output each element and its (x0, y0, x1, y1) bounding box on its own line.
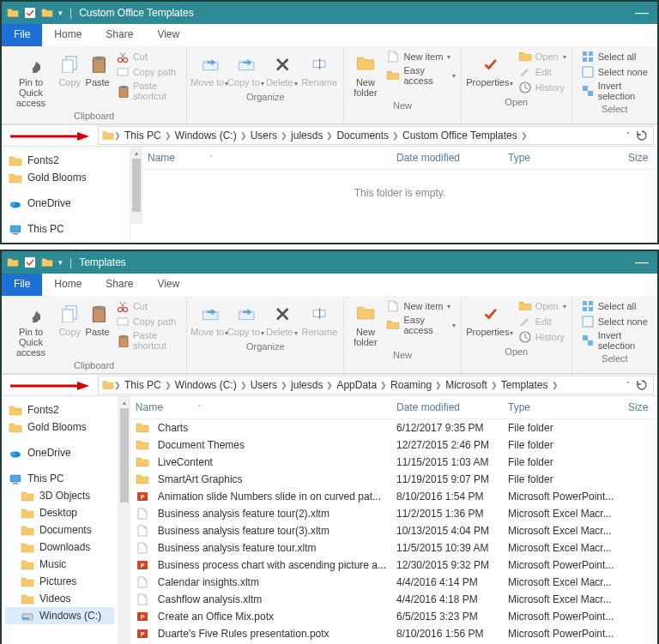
breadcrumb-item[interactable]: julesds (287, 379, 326, 391)
copy-button[interactable]: Copy (57, 50, 82, 108)
chevron-right-icon[interactable]: ❯ (281, 381, 287, 389)
col-name[interactable]: Name˄ (142, 152, 391, 164)
chevron-right-icon[interactable]: ❯ (521, 131, 528, 140)
titlebar[interactable]: ▾ | Custom Office Templates — (2, 2, 657, 24)
breadcrumb-item[interactable]: Windows (C:) (172, 379, 240, 391)
move-to-button[interactable]: Move to▾ (192, 299, 227, 339)
qat-dropdown-icon[interactable]: ▾ (58, 258, 63, 267)
qat-checkbox-icon[interactable] (24, 7, 36, 19)
qat-dropdown-icon[interactable]: ▾ (58, 9, 63, 17)
breadcrumb-item[interactable]: Roaming (387, 379, 435, 391)
copy-to-button[interactable]: Copy to▾ (228, 50, 263, 89)
chevron-right-icon[interactable]: ❯ (326, 381, 333, 389)
col-date[interactable]: Date modified (391, 152, 503, 164)
breadcrumb-item[interactable]: julesds (287, 129, 326, 141)
nav-onedrive[interactable]: OneDrive (5, 195, 126, 212)
chevron-right-icon[interactable]: ❯ (165, 381, 172, 389)
paste-button[interactable]: Paste (84, 50, 110, 108)
copy-to-button[interactable]: Copy to▾ (228, 299, 263, 339)
tab-view[interactable]: View (145, 24, 191, 46)
invert-selection-button[interactable]: Invert selection (581, 81, 652, 101)
dropdown-icon[interactable]: ˅ (626, 131, 631, 140)
copy-button[interactable]: Copy (57, 299, 82, 358)
select-all-button[interactable]: Select all (581, 50, 652, 63)
minimize-button[interactable]: — (635, 5, 652, 21)
list-item[interactable]: Calendar insights.xltm 4/4/2016 4:14 PM … (130, 574, 657, 591)
nav-item[interactable]: Pictures (5, 573, 114, 590)
select-none-button[interactable]: Select none (581, 315, 652, 328)
address-bar[interactable]: ❯ This PC❯Windows (C:)❯Users❯julesds❯App… (98, 376, 654, 394)
nav-this-pc[interactable]: This PC (5, 470, 114, 487)
copy-path-button[interactable]: Copy path (116, 315, 181, 328)
breadcrumb-item[interactable]: Custom Office Templates (399, 129, 521, 141)
list-item[interactable]: SmartArt Graphics 11/19/2015 9:07 PM Fil… (130, 471, 657, 488)
nav-item[interactable]: Videos (5, 590, 114, 607)
new-folder-button[interactable]: New folder (349, 50, 381, 98)
history-button[interactable]: History (518, 330, 566, 344)
nav-item[interactable]: Documents (5, 521, 114, 539)
edit-button[interactable]: Edit (518, 315, 566, 328)
nav-item[interactable]: Windows (C:) (5, 607, 114, 624)
copy-path-button[interactable]: Copy path (116, 65, 181, 79)
tab-view[interactable]: View (145, 274, 191, 296)
breadcrumb-item[interactable]: Users (247, 129, 281, 141)
nav-item[interactable]: Desktop (5, 504, 114, 521)
refresh-icon[interactable] (636, 129, 648, 141)
list-item[interactable]: Business analysis feature tour(3).xltm 1… (130, 522, 657, 539)
cut-button[interactable]: Cut (116, 299, 181, 313)
chevron-right-icon[interactable]: ❯ (435, 381, 442, 389)
edit-button[interactable]: Edit (518, 65, 566, 79)
pin-quick-access-button[interactable]: Pin to Quick access (7, 50, 55, 108)
tab-share[interactable]: Share (94, 274, 145, 296)
dropdown-icon[interactable]: ˅ (626, 381, 631, 389)
breadcrumb-item[interactable]: Microsoft (442, 379, 491, 391)
qat-checkbox-icon[interactable] (24, 256, 36, 268)
list-item[interactable]: Animation slide Numbers slide in on curv… (130, 488, 657, 505)
titlebar[interactable]: ▾ | Templates — (2, 251, 657, 274)
nav-item[interactable]: Music (5, 556, 114, 573)
col-size[interactable]: Size (623, 401, 657, 413)
open-button[interactable]: Open▾ (518, 299, 566, 313)
minimize-button[interactable]: — (635, 255, 652, 270)
rename-button[interactable]: Rename (300, 299, 338, 339)
paste-shortcut-button[interactable]: Paste shortcut (116, 81, 181, 101)
col-size[interactable]: Size (623, 152, 657, 164)
nav-item[interactable]: Fonts2 (5, 152, 126, 169)
pin-quick-access-button[interactable]: Pin to Quick access (7, 299, 55, 358)
tab-home[interactable]: Home (42, 274, 94, 296)
open-button[interactable]: Open▾ (518, 50, 566, 63)
nav-this-pc[interactable]: This PC (5, 220, 126, 238)
breadcrumb-item[interactable]: This PC (121, 129, 165, 141)
delete-button[interactable]: Delete▾ (264, 50, 299, 89)
new-item-button[interactable]: New item▾ (386, 50, 455, 63)
list-item[interactable]: Business analysis feature tour(2).xltm 1… (130, 505, 657, 522)
easy-access-button[interactable]: Easy access▾ (386, 315, 455, 335)
scrollbar[interactable]: ▴ (130, 147, 142, 224)
properties-button[interactable]: Properties▾ (467, 299, 513, 344)
chevron-right-icon[interactable]: ❯ (240, 381, 247, 389)
chevron-right-icon[interactable]: ❯ (326, 131, 333, 140)
select-all-button[interactable]: Select all (581, 299, 652, 313)
tab-home[interactable]: Home (42, 24, 94, 46)
properties-button[interactable]: Properties▾ (467, 50, 513, 94)
list-item[interactable]: Cashflow analysis.xltm 4/4/2016 4:18 PM … (130, 591, 657, 608)
new-folder-button[interactable]: New folder (349, 299, 381, 347)
list-item[interactable]: Charts 6/12/2017 9:35 PM File folder (130, 419, 657, 436)
list-item[interactable]: Business process chart with ascending pi… (130, 557, 657, 574)
tab-file[interactable]: File (2, 274, 42, 296)
cut-button[interactable]: Cut (116, 50, 181, 63)
chevron-right-icon[interactable]: ❯ (281, 131, 287, 140)
paste-button[interactable]: Paste (84, 299, 110, 358)
col-name[interactable]: Name˄ (130, 401, 391, 413)
chevron-right-icon[interactable]: ❯ (491, 381, 498, 389)
tab-file[interactable]: File (2, 24, 42, 46)
new-item-button[interactable]: New item▾ (386, 299, 455, 313)
breadcrumb-item[interactable]: Windows (C:) (172, 129, 240, 141)
chevron-right-icon[interactable]: ❯ (380, 381, 387, 389)
nav-item[interactable]: 3D Objects (5, 487, 114, 504)
nav-item[interactable]: Downloads (5, 539, 114, 556)
breadcrumb-item[interactable]: Documents (333, 129, 392, 141)
invert-selection-button[interactable]: Invert selection (581, 330, 652, 351)
nav-onedrive[interactable]: OneDrive (5, 444, 114, 461)
list-item[interactable]: Duarte's Five Rules presentation.potx 8/… (130, 625, 657, 642)
